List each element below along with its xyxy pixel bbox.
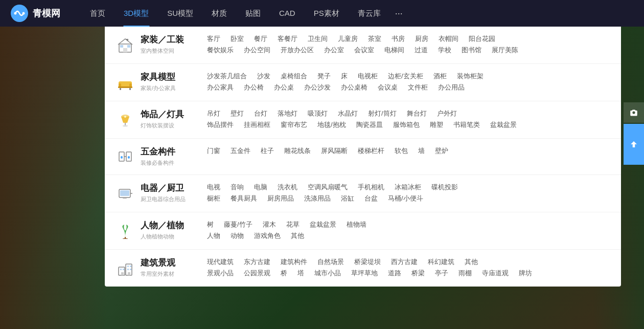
nav-ps[interactable]: PS素材 xyxy=(305,0,349,27)
link-landscape-items[interactable]: 景观小品 xyxy=(202,268,239,278)
link-bridge[interactable]: 桥 xyxy=(275,268,292,278)
nav-su[interactable]: SU模型 xyxy=(158,0,202,27)
link-toilet[interactable]: 马桶/小便斗 xyxy=(383,193,428,204)
link-open-office[interactable]: 开放办公区 xyxy=(275,45,319,55)
link-floor-lamp[interactable]: 落地灯 xyxy=(272,108,303,119)
link-speaker[interactable]: 音响 xyxy=(225,182,249,192)
link-lawn[interactable]: 草坪草地 xyxy=(346,268,383,278)
link-road[interactable]: 道路 xyxy=(383,268,406,278)
link-school[interactable]: 学校 xyxy=(433,45,456,55)
link-projector[interactable]: 碟机投影 xyxy=(426,182,463,192)
link-dining-entertainment[interactable]: 餐饮娱乐 xyxy=(202,45,239,55)
link-screen-partition[interactable]: 屏风隔断 xyxy=(316,146,353,156)
nav-cad[interactable]: CAD xyxy=(270,0,305,27)
link-stage-lamp[interactable]: 舞台灯 xyxy=(402,108,432,119)
link-people[interactable]: 人物 xyxy=(202,231,225,241)
link-other-arch[interactable]: 其他 xyxy=(459,257,483,267)
link-file-cabinet[interactable]: 文件柜 xyxy=(403,82,433,93)
link-decor-items[interactable]: 饰品摆件 xyxy=(202,120,239,130)
link-bathroom[interactable]: 卫生间 xyxy=(303,34,333,44)
link-basin[interactable]: 台盆 xyxy=(359,193,383,204)
link-temple[interactable]: 寺庙道观 xyxy=(477,268,514,278)
link-door-window[interactable]: 门窗 xyxy=(202,146,225,156)
link-ancient-arch[interactable]: 东方古建 xyxy=(239,257,275,267)
link-office-desk[interactable]: 办公桌 xyxy=(269,82,299,93)
link-crystal-lamp[interactable]: 水晶灯 xyxy=(333,108,363,119)
link-wall[interactable]: 墙 xyxy=(413,146,430,156)
link-arch-components[interactable]: 建筑构件 xyxy=(275,257,312,267)
link-side-cabinet[interactable]: 边柜/玄关柜 xyxy=(383,71,428,81)
link-spot-lamp[interactable]: 射灯/筒灯 xyxy=(363,108,402,119)
link-wardrobe[interactable]: 衣帽间 xyxy=(433,34,464,44)
nav-material[interactable]: 材质 xyxy=(202,0,236,27)
link-bedroom[interactable]: 卧室 xyxy=(225,34,249,44)
link-office-supplies[interactable]: 办公用品 xyxy=(433,82,470,93)
link-city-items[interactable]: 城市小品 xyxy=(309,268,346,278)
link-living-room[interactable]: 客厅 xyxy=(202,34,225,44)
link-outdoor-lamp[interactable]: 户外灯 xyxy=(432,108,462,119)
link-display-rack[interactable]: 装饰柜架 xyxy=(452,71,489,81)
link-kitchenware[interactable]: 餐具厨具 xyxy=(225,193,262,204)
link-tea-room[interactable]: 茶室 xyxy=(363,34,386,44)
link-pendant[interactable]: 吊灯 xyxy=(202,108,225,119)
nav-library[interactable]: 青云库 xyxy=(349,0,390,27)
link-office-desk-chair[interactable]: 办公桌椅 xyxy=(336,82,373,93)
link-phone-camera[interactable]: 手机相机 xyxy=(353,182,389,192)
link-showroom[interactable]: 展厅美陈 xyxy=(487,45,523,55)
link-bridge2[interactable]: 桥梁 xyxy=(406,268,430,278)
link-tv-cabinet[interactable]: 电视柜 xyxy=(353,71,383,81)
link-table-lamp[interactable]: 台灯 xyxy=(249,108,272,119)
link-wall-lamp[interactable]: 壁灯 xyxy=(225,108,249,119)
link-canopy[interactable]: 雨棚 xyxy=(453,268,477,278)
blue-action-btn[interactable] xyxy=(624,124,644,165)
link-dining-living[interactable]: 客餐厅 xyxy=(272,34,303,44)
link-ac[interactable]: 空调风扇暖气 xyxy=(303,182,353,192)
link-pavilion[interactable]: 亭子 xyxy=(430,268,453,278)
link-shrub[interactable]: 灌木 xyxy=(258,220,281,230)
link-vine-bamboo[interactable]: 藤蔓/竹子 xyxy=(219,220,258,230)
link-bonsai[interactable]: 盆栽盆景 xyxy=(305,220,341,230)
link-natural-scene[interactable]: 自然场景 xyxy=(312,257,349,267)
nav-3d[interactable]: 3D模型 xyxy=(114,0,158,27)
link-library[interactable]: 图书馆 xyxy=(456,45,487,55)
link-conference[interactable]: 会议室 xyxy=(349,45,379,55)
link-fridge[interactable]: 冰箱冰柜 xyxy=(389,182,426,192)
link-hardware-parts[interactable]: 五金件 xyxy=(225,146,256,156)
link-office[interactable]: 办公室 xyxy=(319,45,349,55)
link-stair-railing[interactable]: 楼梯栏杆 xyxy=(353,146,389,156)
link-plant-wall[interactable]: 植物墙 xyxy=(341,220,372,230)
link-park[interactable]: 公园景观 xyxy=(239,268,275,278)
link-ceramic[interactable]: 陶瓷器皿 xyxy=(351,120,388,130)
link-bed[interactable]: 床 xyxy=(336,71,353,81)
link-game-character[interactable]: 游戏角色 xyxy=(249,231,286,241)
link-potted[interactable]: 盆栽盆景 xyxy=(485,120,522,130)
link-modern-arch[interactable]: 现代建筑 xyxy=(202,257,239,267)
link-corridor[interactable]: 过道 xyxy=(409,45,433,55)
link-soft-pack[interactable]: 软包 xyxy=(389,146,413,156)
camera-icon-btn[interactable] xyxy=(624,102,644,123)
link-carved-lines[interactable]: 雕花线条 xyxy=(279,146,316,156)
link-study[interactable]: 书房 xyxy=(386,34,410,44)
link-balcony[interactable]: 阳台花园 xyxy=(464,34,500,44)
link-sofa[interactable]: 沙发 xyxy=(252,71,275,81)
nav-home[interactable]: 首页 xyxy=(81,0,114,27)
link-carpet-pillow[interactable]: 地毯/抱枕 xyxy=(312,120,351,130)
link-ceiling-lamp[interactable]: 吸顶灯 xyxy=(303,108,333,119)
link-elevator[interactable]: 电梯间 xyxy=(379,45,409,55)
link-stool[interactable]: 凳子 xyxy=(312,71,336,81)
link-bathtub[interactable]: 浴缸 xyxy=(336,193,359,204)
link-sci-fi-arch[interactable]: 科幻建筑 xyxy=(423,257,459,267)
link-wine-cabinet[interactable]: 酒柜 xyxy=(428,71,452,81)
link-office-sofa[interactable]: 办公沙发 xyxy=(299,82,336,93)
nav-texture[interactable]: 贴图 xyxy=(236,0,270,27)
link-archway[interactable]: 牌坊 xyxy=(514,268,537,278)
link-animal[interactable]: 动物 xyxy=(225,231,249,241)
link-other-plants[interactable]: 其他 xyxy=(286,231,309,241)
link-column[interactable]: 柱子 xyxy=(256,146,279,156)
link-tv[interactable]: 电视 xyxy=(202,182,225,192)
link-washer[interactable]: 洗衣机 xyxy=(272,182,303,192)
link-western-arch[interactable]: 西方古建 xyxy=(386,257,423,267)
link-kitchen[interactable]: 厨房 xyxy=(410,34,433,44)
link-fireplace[interactable]: 壁炉 xyxy=(430,146,453,156)
link-tower[interactable]: 塔 xyxy=(292,268,309,278)
